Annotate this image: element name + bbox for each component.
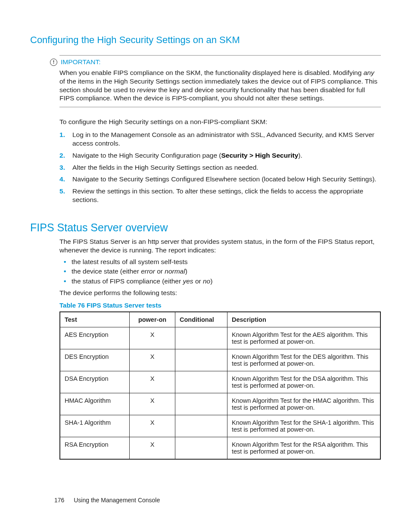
important-label: IMPORTANT: (61, 58, 100, 66)
text-fragment: or (193, 277, 203, 285)
text-fragment: the latest results of all system self-te… (72, 258, 188, 265)
page-footer: 176 Using the Management Console (54, 497, 160, 504)
col-header-poweron: power-on (130, 312, 175, 327)
text-fragment: the device state (either (72, 268, 141, 275)
cell-description: Known Algorithm Test for the HMAC algori… (227, 393, 381, 415)
table-row: DSA EncryptionXKnown Algorithm Test for … (60, 371, 380, 393)
cell-test: SHA-1 Algorithm (60, 415, 130, 437)
text-fragment: ). (298, 152, 302, 159)
cell-poweron: X (130, 437, 175, 459)
divider (59, 55, 381, 56)
document-page: Configuring the High Security Settings o… (0, 0, 411, 532)
text-fragment: Navigate to the High Security Configurat… (72, 152, 221, 159)
col-header-description: Description (227, 312, 381, 327)
important-icon: ! (50, 59, 57, 66)
step-item: Navigate to the High Security Configurat… (59, 151, 381, 160)
cell-description: Known Algorithm Test for the DES algorit… (227, 349, 381, 371)
cell-description: Known Algorithm Test for the AES algorit… (227, 327, 381, 349)
col-header-test: Test (60, 312, 130, 327)
post-bullets-text: The device performs the following tests: (59, 289, 381, 297)
cell-poweron: X (130, 415, 175, 437)
step-item: Log in to the Management Console as an a… (59, 131, 381, 148)
step-item: Navigate to the Security Settings Config… (59, 175, 381, 184)
overview-bullets: the latest results of all system self-te… (59, 257, 381, 286)
cell-test: HMAC Algorithm (60, 393, 130, 415)
text-fragment: ) (185, 268, 187, 275)
section-heading-high-security: Configuring the High Security Settings o… (30, 34, 381, 46)
procedure-intro: To configure the High Security settings … (59, 118, 381, 126)
important-text: When you enable FIPS compliance on the S… (59, 68, 381, 103)
cell-conditional (175, 393, 227, 415)
table-row: HMAC AlgorithmXKnown Algorithm Test for … (60, 393, 380, 415)
table-row: DES EncryptionXKnown Algorithm Test for … (60, 349, 380, 371)
page-number: 176 (54, 497, 64, 504)
cell-conditional (175, 327, 227, 349)
cell-test: DES Encryption (60, 349, 130, 371)
section-heading-fips-overview: FIPS Status Server overview (30, 221, 381, 234)
cell-description: Known Algorithm Test for the DSA algorit… (227, 371, 381, 393)
table-row: AES EncryptionXKnown Algorithm Test for … (60, 327, 380, 349)
cell-conditional (175, 349, 227, 371)
text-italic: yes (183, 277, 193, 285)
procedure-steps: Log in to the Management Console as an a… (59, 131, 381, 204)
table-caption: Table 76 FIPS Status Server tests (59, 302, 381, 309)
cell-conditional (175, 437, 227, 459)
bullet-item: the latest results of all system self-te… (59, 257, 381, 267)
bullet-item: the status of FIPS compliance (either ye… (59, 277, 381, 286)
step-item: Alter the fields in the High Security Se… (59, 163, 381, 172)
cell-poweron: X (130, 327, 175, 349)
table-row: RSA EncryptionXKnown Algorithm Test for … (60, 437, 380, 459)
text-fragment: the status of FIPS compliance (either (72, 277, 183, 285)
cell-description: Known Algorithm Test for the SHA-1 algor… (227, 415, 381, 437)
cell-poweron: X (130, 349, 175, 371)
cell-test: DSA Encryption (60, 371, 130, 393)
cell-poweron: X (130, 393, 175, 415)
text-bold: Security > High Security (221, 152, 299, 159)
text-italic: review (137, 86, 156, 93)
step-item: Review the settings in this section. To … (59, 187, 381, 204)
text-italic: any (364, 69, 374, 76)
fips-tests-table: Test power-on Conditional Description AE… (59, 311, 381, 460)
text-fragment: When you enable FIPS compliance on the S… (59, 69, 364, 76)
text-italic: no (203, 277, 210, 285)
divider (59, 107, 381, 107)
text-fragment: ) (210, 277, 212, 285)
cell-conditional (175, 415, 227, 437)
fips-overview-body: The FIPS Status Server is an http server… (59, 237, 381, 460)
text-italic: error (141, 268, 155, 275)
text-italic: normal (165, 268, 185, 275)
bullet-item: the device state (either error or normal… (59, 267, 381, 276)
cell-description: Known Algorithm Test for the RSA algorit… (227, 437, 381, 459)
cell-test: AES Encryption (60, 327, 130, 349)
text-fragment: or (155, 268, 165, 275)
col-header-conditional: Conditional (175, 312, 227, 327)
cell-test: RSA Encryption (60, 437, 130, 459)
overview-intro: The FIPS Status Server is an http server… (59, 237, 381, 255)
cell-conditional (175, 371, 227, 393)
table-row: SHA-1 AlgorithmXKnown Algorithm Test for… (60, 415, 380, 437)
chapter-title: Using the Management Console (74, 497, 160, 504)
procedure-block: To configure the High Security settings … (59, 118, 381, 204)
table-header-row: Test power-on Conditional Description (60, 312, 380, 327)
important-callout: ! IMPORTANT: When you enable FIPS compli… (59, 55, 381, 107)
cell-poweron: X (130, 371, 175, 393)
